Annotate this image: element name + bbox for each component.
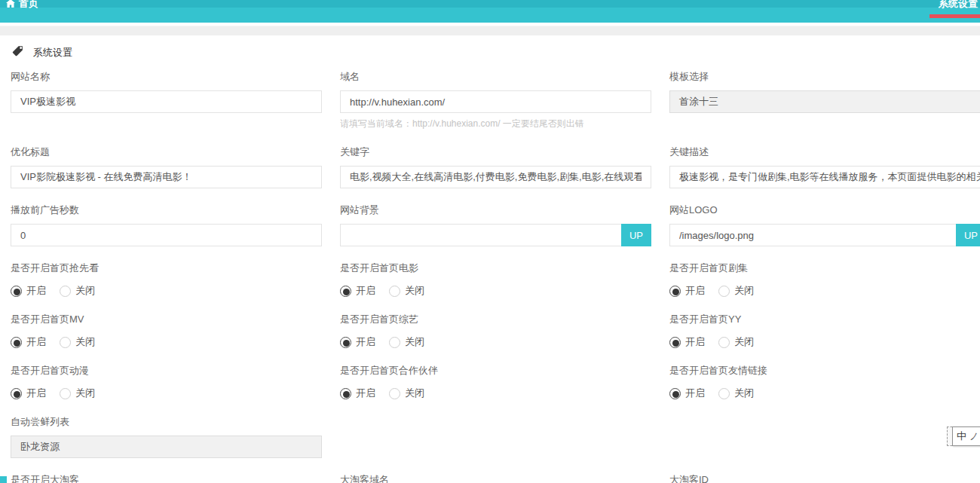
radio-option-on[interactable]: 开启 xyxy=(11,284,46,298)
radio-unchecked-icon[interactable] xyxy=(389,286,400,297)
field-label: 域名 xyxy=(340,70,651,84)
domain-input[interactable] xyxy=(340,90,651,113)
back-to-top-chip[interactable] xyxy=(0,476,7,483)
field-label: 是否开启首页MV xyxy=(11,313,322,326)
radio-unchecked-icon[interactable] xyxy=(718,286,730,297)
field-ad-seconds: 播放前广告秒数 xyxy=(11,203,322,246)
field-label: 关键字 xyxy=(340,145,651,159)
radio-option-on[interactable]: 开启 xyxy=(11,335,46,349)
radio-checked-icon[interactable] xyxy=(669,286,681,297)
ime-drag-handle[interactable] xyxy=(947,426,952,446)
field-label: 是否开启首页抢先看 xyxy=(11,261,322,275)
radio-unchecked-icon[interactable] xyxy=(389,388,400,399)
page-title: 系统设置 xyxy=(33,46,72,60)
radio-option-off[interactable]: 关闭 xyxy=(389,284,424,298)
field-domain: 域名 请填写当前域名：http://v.huhexian.com/ 一定要结尾否… xyxy=(340,70,651,130)
radio-checked-icon[interactable] xyxy=(669,337,681,348)
field-label: 是否开启大淘客 xyxy=(11,473,322,483)
radio-checked-icon[interactable] xyxy=(340,388,351,399)
top-navbar: 首页 系统设置 xyxy=(0,0,980,23)
field-description: 关键描述 xyxy=(669,145,980,188)
field-seo-title: 优化标题 xyxy=(11,145,322,188)
radio-checked-icon[interactable] xyxy=(340,286,351,297)
radio-option-off[interactable]: 关闭 xyxy=(718,387,754,400)
active-tab-indicator xyxy=(929,14,980,18)
radio-option-on[interactable]: 开启 xyxy=(340,387,375,400)
field-label: 网站名称 xyxy=(11,70,322,84)
toggle-dataoke: 是否开启大淘客 开启 关闭 xyxy=(11,473,322,483)
field-label: 大淘客ID xyxy=(669,473,980,483)
site-logo-upload-button[interactable]: UP xyxy=(956,224,980,246)
field-dataoke-id: 大淘客ID xyxy=(669,473,980,483)
radio-option-off[interactable]: 关闭 xyxy=(60,335,95,349)
home-icon xyxy=(6,0,15,10)
radio-label: 开启 xyxy=(26,387,46,400)
radio-option-off[interactable]: 关闭 xyxy=(389,335,424,349)
radio-option-on[interactable]: 开启 xyxy=(340,284,375,298)
radio-label: 开启 xyxy=(356,335,375,349)
ime-status-bar[interactable]: 中 ノ xyxy=(947,426,980,446)
keywords-input[interactable] xyxy=(340,166,651,188)
auto-fresh-list-select[interactable]: 卧龙资源 xyxy=(11,436,322,458)
radio-unchecked-icon[interactable] xyxy=(60,388,71,399)
radio-label: 关闭 xyxy=(734,284,754,298)
radio-unchecked-icon[interactable] xyxy=(389,337,400,348)
radio-option-on[interactable]: 开启 xyxy=(11,387,46,400)
radio-option-off[interactable]: 关闭 xyxy=(60,387,95,400)
ime-mode-indicator[interactable]: 中 xyxy=(957,430,966,443)
radio-option-on[interactable]: 开启 xyxy=(669,284,705,298)
radio-checked-icon[interactable] xyxy=(11,286,22,297)
description-input[interactable] xyxy=(669,166,980,188)
field-auto-fresh-list: 自动尝鲜列表 卧龙资源 xyxy=(11,415,322,458)
radio-checked-icon[interactable] xyxy=(11,337,22,348)
site-bg-input[interactable] xyxy=(340,224,621,246)
nav-home-link[interactable]: 首页 xyxy=(6,0,38,11)
toggle-home-series: 是否开启首页剧集 开启 关闭 xyxy=(669,261,980,298)
empty-cell xyxy=(669,415,980,423)
radio-label: 关闭 xyxy=(75,284,95,298)
radio-unchecked-icon[interactable] xyxy=(718,388,730,399)
site-name-input[interactable] xyxy=(11,90,322,113)
radio-option-off[interactable]: 关闭 xyxy=(389,387,424,400)
radio-checked-icon[interactable] xyxy=(669,388,681,399)
site-logo-input[interactable] xyxy=(669,224,956,246)
radio-label: 开启 xyxy=(26,335,46,349)
field-label: 网站LOGO xyxy=(669,203,980,217)
radio-checked-icon[interactable] xyxy=(340,337,351,348)
field-label: 大淘客域名 xyxy=(340,473,651,483)
radio-unchecked-icon[interactable] xyxy=(60,337,71,348)
seo-title-input[interactable] xyxy=(11,166,322,188)
field-site-logo: 网站LOGO UP xyxy=(669,203,980,246)
ime-tool-icon[interactable]: ノ xyxy=(969,430,978,443)
radio-option-off[interactable]: 关闭 xyxy=(60,284,95,298)
ad-seconds-input[interactable] xyxy=(11,224,322,246)
site-bg-upload-button[interactable]: UP xyxy=(621,224,651,246)
radio-option-off[interactable]: 关闭 xyxy=(718,335,754,349)
tab-system-settings[interactable]: 系统设置 xyxy=(939,0,978,11)
radio-label: 关闭 xyxy=(75,335,95,349)
radio-option-on[interactable]: 开启 xyxy=(669,335,705,349)
toggle-home-movie: 是否开启首页电影 开启 关闭 xyxy=(340,261,651,298)
radio-option-off[interactable]: 关闭 xyxy=(718,284,754,298)
field-site-name: 网站名称 xyxy=(11,70,322,113)
radio-unchecked-icon[interactable] xyxy=(718,337,730,348)
template-select[interactable]: 首涂十三 xyxy=(669,90,980,113)
field-dataoke-domain: 大淘客域名 请填写大淘客域名,例：http://tao.micool.net/ … xyxy=(340,473,651,483)
tag-icon xyxy=(12,45,23,60)
radio-label: 关闭 xyxy=(405,335,424,349)
toggle-home-yy: 是否开启首页YY 开启 关闭 xyxy=(669,313,980,349)
radio-label: 开启 xyxy=(356,387,375,400)
field-label: 播放前广告秒数 xyxy=(11,203,322,217)
radio-option-on[interactable]: 开启 xyxy=(669,387,705,400)
toggle-home-partners: 是否开启首页合作伙伴 开启 关闭 xyxy=(340,364,651,400)
toggle-home-mv: 是否开启首页MV 开启 关闭 xyxy=(11,313,322,349)
field-label: 优化标题 xyxy=(11,145,322,159)
radio-unchecked-icon[interactable] xyxy=(60,286,71,297)
radio-checked-icon[interactable] xyxy=(11,388,22,399)
radio-option-on[interactable]: 开启 xyxy=(340,335,375,349)
field-label: 是否开启首页动漫 xyxy=(11,364,322,378)
settings-form: 网站名称 域名 请填写当前域名：http://v.huhexian.com/ 一… xyxy=(0,64,980,483)
navbar-dark-strip xyxy=(0,0,980,8)
nav-home-label: 首页 xyxy=(19,0,38,11)
radio-label: 关闭 xyxy=(405,387,424,400)
